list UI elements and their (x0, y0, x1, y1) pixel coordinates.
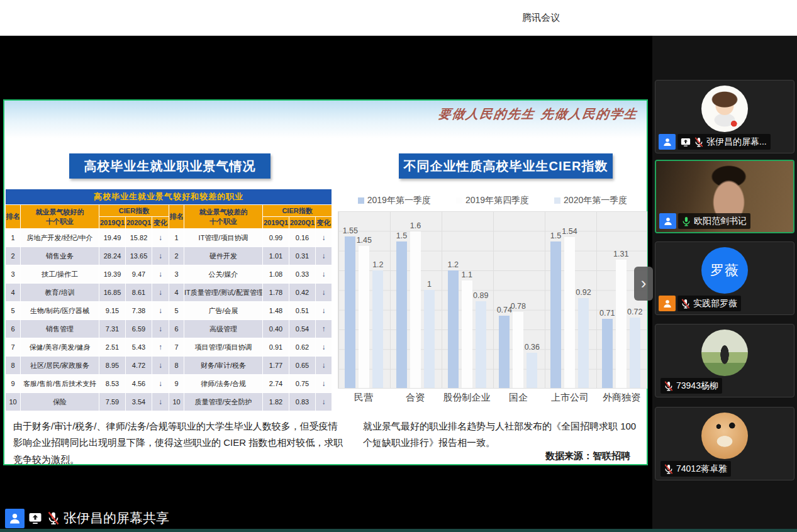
col-header-2019q1: 2019Q1 (99, 217, 126, 229)
table-row: 5生物/制药/医疗器械9.157.38↓5广告/会展1.480.51↓ (6, 302, 332, 320)
table-cell: ↓ (316, 393, 332, 411)
table-cell: 0.54 (289, 320, 316, 338)
legend-label: 2019年第一季度 (367, 195, 431, 206)
video-tile[interactable]: 张伊昌的屏幕... (655, 80, 794, 153)
mic-muted-icon (46, 511, 61, 526)
table-cell: ↑ (152, 338, 169, 357)
screen-share-icon (680, 136, 691, 148)
table-cell: ↓ (152, 247, 169, 265)
participant-badge-row: 74012蒋卓雅 (659, 461, 731, 477)
table-cell: 8.53 (99, 375, 126, 393)
table-row: 4教育/培训16.858.61↓4IT质量管理/测试/配置管理1.780.42↓ (6, 284, 332, 302)
video-tile[interactable]: 罗薇实践部罗薇 (655, 241, 794, 315)
table-cell: 4 (6, 284, 21, 302)
legend-item: 2019年第四季度 (456, 195, 529, 206)
category-label: 外商独资 (596, 392, 647, 404)
video-tile[interactable]: 73943杨柳 (655, 324, 794, 397)
bar: 1.2 (372, 270, 383, 388)
avatar (701, 413, 748, 459)
table-cell: 1.78 (263, 284, 289, 302)
bar-group: 1.51.61 (390, 212, 442, 388)
avatar: 罗薇 (701, 247, 748, 294)
table-cell: 0.40 (263, 320, 289, 338)
table-cell: 5 (169, 302, 184, 320)
bar: 1.2 (448, 270, 459, 388)
bar-value-label: 0.92 (576, 288, 591, 297)
slide-header-band: 要做人民的先生 先做人民的学生 (4, 101, 647, 138)
table-cell: 0.31 (289, 247, 316, 265)
table-cell: 19.39 (99, 265, 126, 284)
window-titlebar: 腾讯会议 (0, 0, 797, 36)
bar-value-label: 1.1 (461, 270, 472, 279)
bar: 1.31 (616, 260, 627, 388)
col-header-rank: 排名 (6, 205, 21, 229)
expand-sidebar-button[interactable]: › (634, 267, 653, 301)
participant-name: 张伊昌的屏幕... (706, 136, 767, 148)
chart-plot: 1.551.451.21.51.611.21.10.890.740.780.36… (338, 211, 647, 389)
table-cell: 1.77 (263, 357, 289, 375)
col-header-rank: 排名 (169, 205, 184, 229)
bar: 0.78 (513, 312, 523, 388)
legend-label: 2020年第一季度 (564, 195, 627, 206)
table-cell: 0.42 (289, 284, 316, 302)
table-cell: 8.95 (99, 357, 126, 375)
person-icon (659, 296, 676, 311)
table-cell: ↓ (316, 302, 332, 320)
participant-name: 实践部罗薇 (693, 298, 737, 309)
participant-badge-row: 实践部罗薇 (659, 296, 741, 311)
table-cell: 0.99 (263, 229, 289, 247)
window-title: 腾讯会议 (522, 12, 560, 24)
table-cell: 9 (169, 375, 184, 393)
table-cell: IT管理/项目协调 (184, 229, 263, 247)
bar: 1.55 (345, 236, 355, 388)
participant-name: 欧阳范剑书记 (694, 216, 747, 227)
table-cell: 6 (169, 320, 184, 338)
table-cell: 质量管理/安全防护 (184, 393, 263, 411)
table-cell: 2 (169, 247, 184, 265)
chart-legend: 2019年第一季度2019年第四季度2020年第一季度 (338, 195, 647, 206)
video-tile[interactable]: 74012蒋卓雅 (655, 407, 794, 480)
participant-badge-row: 张伊昌的屏幕... (659, 134, 771, 150)
mic-muted-icon (693, 136, 705, 148)
bar-group: 1.51.540.92 (544, 212, 596, 388)
bar-value-label: 1.5 (550, 231, 561, 240)
table-cell: 16.85 (99, 284, 126, 302)
table-cell: ↓ (152, 375, 169, 393)
table-cell: 3 (169, 265, 184, 284)
bar: 1.6 (410, 231, 421, 388)
person-icon (659, 134, 676, 150)
table-cell: 项目管理/项目协调 (184, 338, 263, 357)
table-cell: 广告/会展 (184, 302, 263, 320)
table-cell: 4.56 (126, 375, 152, 393)
table-cell: 3 (6, 265, 21, 284)
table-row: 9客服/售前/售后技术支持8.534.56↓9律师/法务/合规2.740.75↓ (6, 375, 332, 393)
table-cell: 15.82 (126, 229, 152, 247)
video-tile[interactable]: 欧阳范剑书记 (655, 160, 794, 233)
table-row: 8社区/居民/家政服务8.954.72↓8财务/审计/税务1.770.65↓ (6, 357, 332, 375)
person-icon (659, 213, 676, 229)
table-cell: ↓ (316, 338, 332, 357)
bar: 1.5 (550, 241, 561, 388)
table-cell: ↓ (316, 229, 332, 247)
mic-on-icon (681, 216, 692, 227)
cier-table: 高校毕业生就业景气较好和较差的职业 排名 就业景气较好的 十个职业 CIER指数… (5, 189, 332, 411)
table-cell: 7.38 (126, 302, 152, 320)
table-cell: ↓ (152, 302, 169, 320)
table-cell: 9.15 (99, 302, 126, 320)
participant-badge-row: 欧阳范剑书记 (659, 213, 750, 229)
legend-item: 2020年第一季度 (554, 195, 627, 206)
table-cell: 财务/审计/税务 (184, 357, 263, 375)
share-banner: 张伊昌的屏幕共享 (5, 508, 169, 528)
table-row: 1房地产开发/经纪/中介19.4915.82↓1IT管理/项目协调0.990.1… (6, 229, 332, 247)
table-cell: ↓ (152, 320, 169, 338)
table-cell: IT质量管理/测试/配置管理 (184, 284, 263, 302)
table-cell: 4.72 (126, 357, 152, 375)
table-cell: ↓ (152, 284, 169, 302)
presenter-person-icon (5, 509, 25, 528)
bar: 0.92 (578, 298, 589, 388)
legend-swatch (554, 197, 560, 204)
avatar (701, 86, 748, 132)
legend-item: 2019年第一季度 (358, 195, 431, 206)
legend-swatch (456, 197, 462, 204)
bar: 1 (424, 290, 435, 388)
